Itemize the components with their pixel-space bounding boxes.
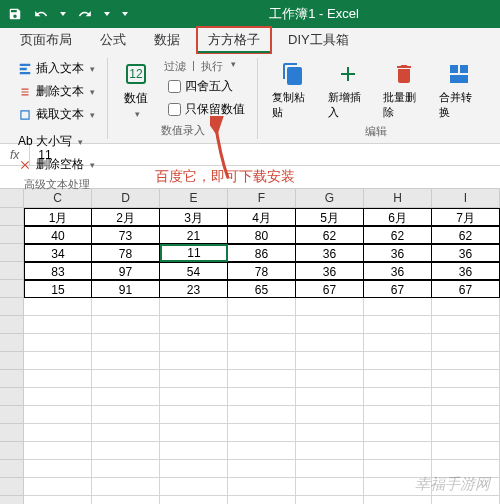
dropdown-icon[interactable] — [56, 10, 70, 18]
spreadsheet-grid[interactable]: 1月2月3月4月5月6月7月40732180626262347811863636… — [0, 208, 500, 504]
cell[interactable]: 65 — [228, 280, 296, 298]
delete-spaces-button[interactable]: 删除空格▾ — [14, 154, 99, 175]
cell[interactable]: 23 — [160, 280, 228, 298]
cell[interactable] — [364, 496, 432, 504]
cell[interactable]: 5月 — [296, 208, 364, 226]
cell[interactable] — [228, 424, 296, 442]
column-header[interactable]: F — [228, 189, 296, 208]
cell[interactable] — [160, 478, 228, 496]
cell[interactable] — [296, 442, 364, 460]
tab-page-layout[interactable]: 页面布局 — [8, 26, 84, 54]
row-header[interactable] — [0, 388, 24, 406]
tab-data[interactable]: 数据 — [142, 26, 192, 54]
row-header[interactable] — [0, 406, 24, 424]
save-icon[interactable] — [4, 5, 26, 23]
cell[interactable] — [364, 316, 432, 334]
cell[interactable] — [228, 460, 296, 478]
cell[interactable] — [24, 388, 92, 406]
cell[interactable] — [228, 496, 296, 504]
numeric-button[interactable]: 12 数值▾ — [116, 58, 156, 121]
cell[interactable] — [296, 424, 364, 442]
cell[interactable] — [228, 388, 296, 406]
column-header[interactable]: H — [364, 189, 432, 208]
cell[interactable]: 62 — [432, 226, 500, 244]
cell[interactable]: 54 — [160, 262, 228, 280]
row-header[interactable] — [0, 442, 24, 460]
tab-fangfang[interactable]: 方方格子 — [196, 26, 272, 54]
cell[interactable] — [24, 298, 92, 316]
cell[interactable] — [228, 352, 296, 370]
row-header[interactable] — [0, 244, 24, 262]
batch-delete-button[interactable]: 批量删除 — [377, 58, 431, 122]
cell[interactable] — [160, 316, 228, 334]
cell[interactable] — [364, 388, 432, 406]
cell[interactable]: 62 — [364, 226, 432, 244]
column-header[interactable]: G — [296, 189, 364, 208]
cell[interactable] — [296, 460, 364, 478]
cell[interactable]: 78 — [228, 262, 296, 280]
redo-icon[interactable] — [74, 5, 96, 23]
cell[interactable] — [296, 316, 364, 334]
row-header[interactable] — [0, 262, 24, 280]
cell[interactable] — [160, 460, 228, 478]
cell[interactable] — [228, 442, 296, 460]
cell[interactable] — [92, 370, 160, 388]
cell[interactable] — [24, 334, 92, 352]
cell[interactable] — [92, 496, 160, 504]
cell[interactable] — [432, 388, 500, 406]
cell[interactable]: 3月 — [160, 208, 228, 226]
cell[interactable]: 1月 — [24, 208, 92, 226]
cell[interactable] — [92, 478, 160, 496]
row-header[interactable] — [0, 298, 24, 316]
cell[interactable] — [296, 352, 364, 370]
cell[interactable] — [432, 316, 500, 334]
undo-icon[interactable] — [30, 5, 52, 23]
cell[interactable] — [24, 316, 92, 334]
row-header[interactable] — [0, 496, 24, 504]
cell[interactable]: 91 — [92, 280, 160, 298]
column-header[interactable]: I — [432, 189, 500, 208]
cell[interactable] — [92, 460, 160, 478]
keep-numeric-checkbox[interactable]: 只保留数值 — [164, 99, 249, 120]
cell[interactable] — [364, 406, 432, 424]
cell[interactable]: 7月 — [432, 208, 500, 226]
cell[interactable] — [160, 298, 228, 316]
cell[interactable] — [296, 478, 364, 496]
cell[interactable] — [160, 442, 228, 460]
cell[interactable]: 62 — [296, 226, 364, 244]
column-header[interactable]: D — [92, 189, 160, 208]
cell[interactable] — [160, 334, 228, 352]
row-header[interactable] — [0, 334, 24, 352]
cell[interactable]: 86 — [228, 244, 296, 262]
cut-text-button[interactable]: 截取文本▾ — [14, 104, 99, 125]
cell[interactable] — [364, 298, 432, 316]
tab-formulas[interactable]: 公式 — [88, 26, 138, 54]
cell[interactable]: 67 — [432, 280, 500, 298]
insert-new-button[interactable]: 新增插入 — [322, 58, 376, 122]
cell[interactable] — [432, 298, 500, 316]
cell[interactable]: 6月 — [364, 208, 432, 226]
cell[interactable] — [92, 316, 160, 334]
cell[interactable] — [228, 298, 296, 316]
cell[interactable] — [364, 352, 432, 370]
cell[interactable] — [24, 478, 92, 496]
cell[interactable]: 21 — [160, 226, 228, 244]
cell[interactable] — [432, 496, 500, 504]
row-header[interactable] — [0, 226, 24, 244]
cell[interactable] — [24, 406, 92, 424]
cell[interactable]: 80 — [228, 226, 296, 244]
cell[interactable]: 15 — [24, 280, 92, 298]
row-header[interactable] — [0, 316, 24, 334]
cell[interactable] — [432, 406, 500, 424]
round-checkbox[interactable]: 四舍五入 — [164, 76, 249, 97]
cell[interactable] — [364, 442, 432, 460]
row-header[interactable] — [0, 424, 24, 442]
cell[interactable] — [228, 316, 296, 334]
row-header[interactable] — [0, 478, 24, 496]
cell[interactable] — [24, 496, 92, 504]
cell[interactable] — [228, 334, 296, 352]
column-header[interactable]: E — [160, 189, 228, 208]
cell[interactable] — [228, 370, 296, 388]
cell[interactable]: 11 — [160, 244, 228, 262]
cell[interactable] — [24, 352, 92, 370]
